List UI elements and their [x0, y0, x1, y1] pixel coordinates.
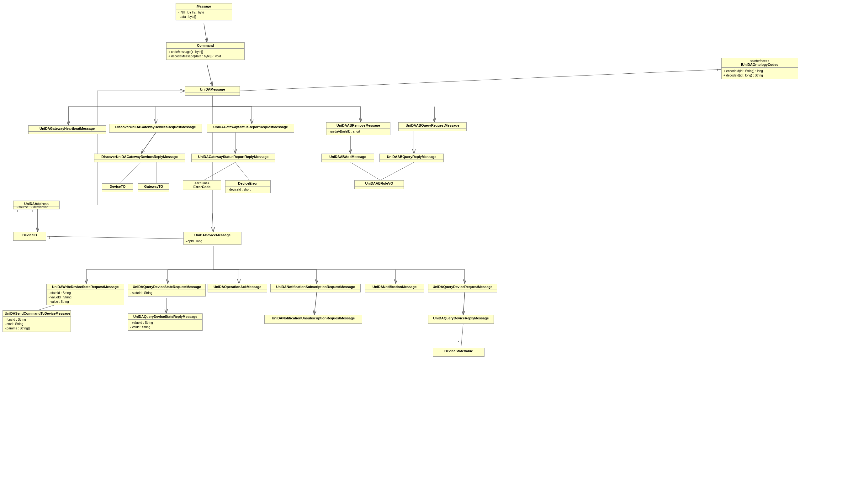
box-UniDANotificationUnsubscriptionRequestMessage: UniDANotificationUnsubscriptionRequestMe… — [264, 315, 362, 324]
box-UniDANotificationMessage: UniDANotificationMessage — [365, 284, 424, 292]
label-1-source: 1 — [17, 209, 18, 213]
box-UniDASendCommandToDeviceMessage-title: UniDASendCommandToDeviceMessage — [3, 311, 71, 317]
box-DeviceTO-title: DeviceTO — [102, 184, 133, 190]
box-UniDAWriteDeviceStateRequestMessage-attrs: - stateId : String - valueId : String - … — [47, 290, 124, 305]
box-GatewayTO-title: GatewayTO — [138, 184, 169, 190]
box-UniDAWriteDeviceStateRequestMessage-title: UniDAWriteDeviceStateRequestMessage — [47, 284, 124, 290]
box-UniDAMessage: UniDAMessage — [185, 86, 240, 95]
label-source: - source — [17, 205, 28, 209]
label-1-dest: 1 — [31, 209, 33, 213]
box-UniDAABAddMessage-title: UniDAABAddMessage — [322, 154, 374, 160]
box-ErrorCode-title: <<enum>> ErrorCode — [183, 181, 221, 190]
box-UniDASendCommandToDeviceMessage: UniDASendCommandToDeviceMessage - funcId… — [2, 310, 71, 332]
box-UniDAABRuleVO: UniDAABRuleVO — [354, 180, 404, 189]
svg-line-2 — [240, 69, 731, 91]
svg-line-44 — [463, 292, 465, 315]
box-UniDANotificationSubscriptionRequestMessage: UniDANotificationSubscriptionRequestMess… — [270, 284, 361, 292]
label-1-deviceid: 1 — [49, 236, 51, 239]
box-DiscoverReply-title: DiscoverUniDAGatewayDevicesReplyMessage — [94, 154, 185, 160]
box-DeviceID-title: DeviceID — [14, 232, 46, 238]
box-UniDAWriteDeviceStateRequestMessage: UniDAWriteDeviceStateRequestMessage - st… — [47, 284, 124, 305]
box-Message-title: Message — [176, 3, 232, 10]
box-UniDAABRuleVO-title: UniDAABRuleVO — [355, 181, 404, 186]
box-DiscoverRequest: DiscoverUniDAGatewayDevicesRequestMessag… — [109, 124, 202, 132]
box-Message: Message - INIT_BYTE : byte - data : byte… — [176, 3, 232, 20]
box-UniDAABAddMessage: UniDAABAddMessage — [321, 154, 374, 162]
label-1-iontology: 1 — [717, 68, 718, 72]
box-Command: Command + codeMessage() : byte[] + decod… — [166, 42, 245, 60]
box-UniDAABRemoveMessage: UniDAABRemoveMessage - unidaABruleID : s… — [326, 122, 390, 135]
box-UniDAQueryDeviceReplyMessage: UniDAQueryDeviceReplyMessage — [428, 315, 494, 324]
box-UniDAQueryDeviceStateRequestMessage-attrs: - stateId : String — [128, 290, 206, 296]
box-IUniDAOntologyCodec: <<interface>> IUniDAOntologyCodec + enco… — [721, 58, 798, 79]
box-DeviceError: DeviceError - deviceId : short — [225, 180, 270, 193]
svg-line-18 — [119, 162, 141, 183]
box-UniDAOperationAckMessage: UniDAOperationAckMessage — [208, 284, 267, 292]
box-StatusReportReply-title: UniDAGatewayStatusReportReplyMessage — [192, 154, 275, 160]
box-UniDADeviceMessage-title: UniDADeviceMessage — [184, 232, 241, 238]
box-UniDAQueryDeviceRequestMessage-title: UniDAQueryDeviceRequestMessage — [428, 284, 497, 290]
box-StatusReportRequest: UniDAGatewayStatusReportRequestMessage — [207, 124, 294, 132]
box-UniDADeviceMessage: UniDADeviceMessage - opId : long — [183, 232, 242, 245]
box-UniDANotificationMessage-title: UniDANotificationMessage — [365, 284, 424, 290]
box-UniDANotificationUnsubscriptionRequestMessage-title: UniDANotificationUnsubscriptionRequestMe… — [265, 315, 362, 321]
box-IUniDAOntologyCodec-title: <<interface>> IUniDAOntologyCodec — [722, 58, 798, 68]
svg-line-13 — [212, 213, 213, 232]
box-UniDAQueryDeviceStateReplyMessage-attrs: - valueId : String - value : String — [128, 320, 202, 330]
box-UniDAABQueryReplyMessage-title: UniDAABQueryReplyMessage — [380, 154, 443, 160]
box-UniDAQueryDeviceStateRequestMessage: UniDAQueryDeviceStateRequestMessage - st… — [128, 284, 206, 296]
box-UniDAQueryDeviceStateReplyMessage-title: UniDAQueryDeviceStateReplyMessage — [128, 314, 202, 320]
box-DeviceID: DeviceID — [13, 232, 46, 241]
box-UniDAQueryDeviceRequestMessage: UniDAQueryDeviceRequestMessage — [428, 284, 497, 292]
box-UniDAABQueryReplyMessage: UniDAABQueryReplyMessage — [380, 154, 444, 162]
box-DeviceStateValue-title: DeviceStateValue — [433, 348, 484, 354]
svg-line-1 — [207, 64, 212, 86]
diagram-container: Message - INIT_BYTE : byte - data : byte… — [0, 0, 842, 504]
box-UniDAGatewayHeartbeatMessage: UniDAGatewayHeartbeatMessage — [28, 125, 106, 134]
box-UniDAQueryDeviceStateReplyMessage: UniDAQueryDeviceStateReplyMessage - valu… — [128, 313, 203, 331]
box-DeviceError-attrs: - deviceId : short — [226, 186, 270, 193]
box-UniDAABQueryRequestMessage-title: UniDAABQueryRequestMessage — [399, 123, 466, 128]
box-Command-methods: + codeMessage() : byte[] + decodeMessage… — [166, 49, 244, 59]
box-UniDAABRemoveMessage-attrs: - unidaABruleID : short — [327, 128, 390, 135]
svg-line-21 — [235, 162, 249, 180]
svg-line-28 — [47, 236, 185, 239]
svg-line-20 — [204, 162, 235, 180]
svg-line-14 — [141, 132, 156, 154]
arrows-svg — [0, 0, 842, 504]
box-UniDASendCommandToDeviceMessage-attrs: - funcId : String - cmd : String - param… — [3, 317, 71, 331]
box-UniDAABRemoveMessage-title: UniDAABRemoveMessage — [327, 123, 390, 128]
box-UniDAMessage-title: UniDAMessage — [185, 87, 240, 92]
box-UniDAOperationAckMessage-title: UniDAOperationAckMessage — [208, 284, 267, 290]
svg-line-23 — [351, 162, 380, 180]
box-IUniDAOntologyCodec-methods: + encodeId(id : String) : long + decodeI… — [722, 68, 798, 79]
svg-line-43 — [314, 292, 317, 315]
box-UniDAQueryDeviceReplyMessage-title: UniDAQueryDeviceReplyMessage — [428, 315, 494, 321]
box-DiscoverRequest-title: DiscoverUniDAGatewayDevicesRequestMessag… — [109, 124, 201, 130]
box-DeviceTO: DeviceTO — [102, 183, 133, 192]
box-DiscoverReply: DiscoverUniDAGatewayDevicesReplyMessage — [94, 154, 185, 162]
box-DeviceError-title: DeviceError — [226, 181, 270, 186]
box-UniDADeviceMessage-attrs: - opId : long — [184, 238, 241, 245]
box-StatusReportReply: UniDAGatewayStatusReportReplyMessage — [191, 154, 275, 162]
box-UniDAGatewayHeartbeatMessage-title: UniDAGatewayHeartbeatMessage — [29, 126, 106, 132]
label-destination: - destination — [31, 205, 48, 209]
box-DeviceStateValue: DeviceStateValue — [433, 348, 485, 357]
box-UniDAQueryDeviceStateRequestMessage-title: UniDAQueryDeviceStateRequestMessage — [128, 284, 206, 290]
box-StatusReportRequest-title: UniDAGatewayStatusReportRequestMessage — [207, 124, 294, 130]
svg-line-22 — [380, 162, 414, 180]
box-GatewayTO: GatewayTO — [138, 183, 169, 192]
svg-line-45 — [461, 324, 463, 348]
box-UniDANotificationSubscriptionRequestMessage-title: UniDANotificationSubscriptionRequestMess… — [270, 284, 360, 290]
box-Message-attrs: - INIT_BYTE : byte - data : byte[] — [176, 10, 232, 20]
svg-line-0 — [204, 23, 207, 42]
box-UniDAABQueryRequestMessage: UniDAABQueryRequestMessage — [398, 122, 467, 131]
box-Command-title: Command — [166, 43, 244, 49]
label-asterisk: * — [458, 341, 459, 344]
box-ErrorCode: <<enum>> ErrorCode — [183, 180, 221, 190]
